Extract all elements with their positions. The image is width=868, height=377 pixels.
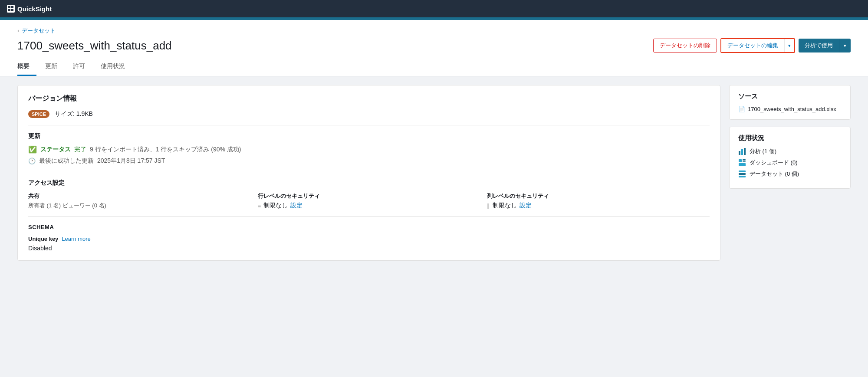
source-title: ソース [738,92,842,101]
topbar: QuickSight [0,0,868,17]
content-area: バージョン情報 SPICE サイズ: 1.9KB 更新 ✅ ステータス 完了 9… [0,76,868,269]
col-security-icon: ∥ [487,203,490,209]
main-card: バージョン情報 SPICE サイズ: 1.9KB 更新 ✅ ステータス 完了 9… [17,85,720,261]
source-card: ソース 📄 1700_sweets_with_status_add.xlsx [729,85,851,120]
main-panel: バージョン情報 SPICE サイズ: 1.9KB 更新 ✅ ステータス 完了 9… [17,85,720,261]
status-success-icon: ✅ [28,145,37,154]
header-actions: データセットの削除 データセットの編集 ▾ 分析で使用 ▾ [653,38,851,53]
version-row: SPICE サイズ: 1.9KB [28,110,710,118]
shared-col-title: 共有 [28,192,251,200]
breadcrumb-link[interactable]: データセット [22,27,56,35]
side-panel: ソース 📄 1700_sweets_with_status_add.xlsx 使… [729,85,851,261]
svg-rect-11 [739,170,746,172]
header-row: 1700_sweets_with_status_add データセットの削除 デー… [17,38,851,58]
access-grid: 共有 所有者 (1 名) ビューワー (0 名) 行レベルのセキュリティ ≡ 制… [28,192,710,210]
file-icon: 📄 [738,106,745,112]
svg-rect-6 [744,148,746,155]
app-name: QuickSight [17,5,52,13]
usage-analysis-label: 分析 (1 個) [750,148,776,155]
tab-update[interactable]: 更新 [38,58,64,76]
status-label: ステータス [40,146,71,154]
source-file-name: 1700_sweets_with_status_add.xlsx [748,106,836,112]
logo-icon [7,5,15,13]
schema-key-row: Unique key Learn more [28,236,710,242]
update-title: 更新 [28,132,710,140]
page: ‹ データセット 1700_sweets_with_status_add データ… [0,20,868,377]
row-security-value-row: ≡ 制限なし 設定 [258,202,480,210]
col-security-col-title: 列レベルのセキュリティ [487,192,710,200]
usage-dataset-label: データセット (0 個) [750,170,799,178]
page-title: 1700_sweets_with_status_add [17,39,172,52]
row-security-icon: ≡ [258,203,261,209]
tab-overview[interactable]: 概要 [17,58,36,76]
shared-col-value: 所有者 (1 名) ビューワー (0 名) [28,202,251,210]
svg-rect-13 [739,176,746,177]
edit-chevron-button[interactable]: ▾ [785,39,794,52]
tab-usage[interactable]: 使用状況 [94,58,132,76]
analysis-icon [738,148,746,155]
schema-title: SCHEMA [28,224,710,230]
svg-rect-2 [8,9,10,11]
access-title: アクセス設定 [28,179,710,187]
row-security-link[interactable]: 設定 [290,202,302,210]
col-security-col: 列レベルのセキュリティ ∥ 制限なし 設定 [487,192,710,210]
edit-button[interactable]: データセットの編集 [721,39,785,52]
status-row: ✅ ステータス 完了 9 行をインポート済み、1 行をスキップ済み (90% 成… [28,145,710,154]
usage-dashboard-label: ダッシュボード (0) [750,159,798,167]
row-security-col-title: 行レベルのセキュリティ [258,192,480,200]
svg-rect-12 [739,173,746,175]
dashboard-icon [738,159,746,167]
svg-rect-7 [739,159,742,162]
tabs: 概要 更新 許可 使用状況 [17,58,851,76]
divider-1 [28,125,710,125]
status-detail: 9 行をインポート済み、1 行をスキップ済み (90% 成功) [90,146,241,154]
learn-more-link[interactable]: Learn more [62,236,90,242]
svg-rect-5 [741,149,743,155]
breadcrumb-chevron: ‹ [17,28,19,34]
row-security-col: 行レベルのセキュリティ ≡ 制限なし 設定 [258,192,480,210]
usage-item-dataset: データセット (0 個) [738,170,842,178]
tab-permission[interactable]: 許可 [66,58,92,76]
edit-button-wrapper: データセットの編集 ▾ [720,38,795,53]
app-logo: QuickSight [7,5,52,13]
dataset-icon [738,170,746,178]
usage-item-analysis: 分析 (1 個) [738,148,842,155]
clock-icon: 🕐 [28,157,36,164]
usage-card: 使用状況 分析 (1 個) [729,127,851,189]
col-security-value-row: ∥ 制限なし 設定 [487,202,710,210]
svg-rect-9 [743,161,746,162]
col-security-value: 制限なし [493,202,517,210]
unique-key-label: Unique key [28,236,58,242]
svg-rect-1 [11,6,13,8]
last-update-label: 最後に成功した更新 [39,157,94,165]
svg-rect-4 [739,151,740,155]
spice-badge: SPICE [28,110,49,118]
header-section: ‹ データセット 1700_sweets_with_status_add データ… [0,20,868,76]
version-section-title: バージョン情報 [28,94,710,103]
svg-rect-10 [739,163,746,166]
use-chevron-button[interactable]: ▾ [839,39,851,52]
svg-rect-3 [11,9,13,11]
last-update-value: 2025年1月8日 17:57 JST [97,157,165,165]
col-security-link[interactable]: 設定 [519,202,532,210]
row-security-value: 制限なし [263,202,288,210]
svg-rect-8 [743,159,746,161]
source-file-row: 📄 1700_sweets_with_status_add.xlsx [738,106,842,112]
breadcrumb: ‹ データセット [17,27,851,35]
schema-disabled: Disabled [28,245,710,252]
delete-button[interactable]: データセットの削除 [653,39,717,52]
divider-3 [28,216,710,217]
usage-item-dashboard: ダッシュボード (0) [738,159,842,167]
status-value: 完了 [74,146,86,154]
size-text: サイズ: 1.9KB [55,110,93,118]
use-button[interactable]: 分析で使用 [799,39,839,52]
last-update-row: 🕐 最後に成功した更新 2025年1月8日 17:57 JST [28,157,710,165]
usage-title: 使用状況 [738,134,842,142]
divider-2 [28,172,710,172]
svg-rect-0 [8,6,10,8]
use-button-wrapper: 分析で使用 ▾ [799,39,851,52]
shared-col: 共有 所有者 (1 名) ビューワー (0 名) [28,192,251,210]
